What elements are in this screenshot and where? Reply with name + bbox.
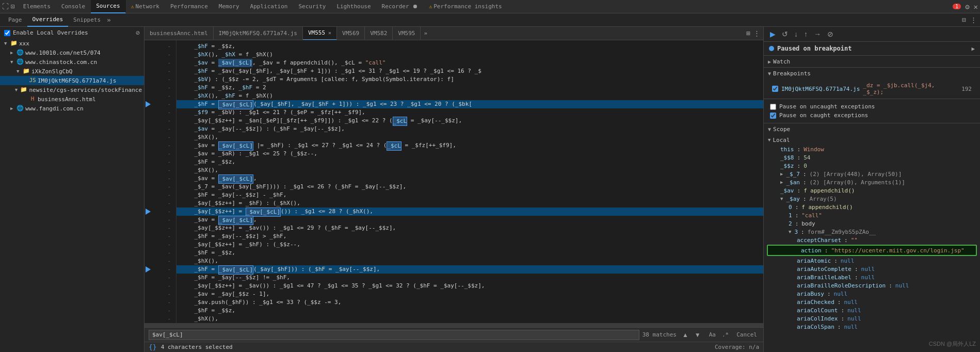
pause-caught-label: Pause on caught exceptions <box>779 112 868 119</box>
tree-item-im0j[interactable]: JS IM0jQktM6FSQ.6771a74.js <box>0 76 144 85</box>
scope-ariaColSpan: ariaColSpan : null <box>764 323 980 331</box>
more-subtabs-icon[interactable]: » <box>107 16 111 24</box>
regex-button[interactable]: .* <box>719 330 731 339</box>
scope-ay-3[interactable]: ▼ 3 : form#__Zm9ybS5pZAo__ <box>764 228 980 236</box>
code-line: _$hF = _$$z, <box>176 307 763 315</box>
close-devtools-icon[interactable]: ✕ <box>974 3 978 11</box>
tree-item-newsite[interactable]: ▼ 📁 newsite/cgs-services/stockFinance <box>0 85 144 94</box>
tree-arrow: ▼ <box>10 59 15 65</box>
split-editor-icon[interactable]: ⊞ <box>746 29 750 37</box>
file-tab-vm582[interactable]: VM582 <box>365 27 393 40</box>
paused-expand-icon[interactable]: ▶ <box>971 45 975 52</box>
settings-icon[interactable]: ⚙ <box>965 3 969 11</box>
code-line: _$hF = _$ay[--_$$z] - _$hF, <box>176 191 763 199</box>
search-next-button[interactable]: ▼ <box>692 330 703 340</box>
tab-security[interactable]: Security <box>293 0 331 13</box>
ln: - <box>155 298 174 307</box>
subtab-snippets[interactable]: Snippets <box>68 13 106 27</box>
ln: - <box>155 42 174 51</box>
match-case-button[interactable]: Aa <box>706 330 718 339</box>
bp-19 <box>144 191 155 199</box>
bp-8[interactable] <box>144 100 155 108</box>
pause-caught-checkbox[interactable] <box>770 113 776 119</box>
subtab-overrides[interactable]: Overrides <box>27 13 69 27</box>
search-cancel-button[interactable]: Cancel <box>734 331 759 338</box>
layout-icon[interactable]: ⊟ <box>962 16 966 24</box>
tab-application[interactable]: Application <box>245 0 294 13</box>
tree-item-fangdi[interactable]: ▶ 🌐 www.fangdi.com.cn <box>0 104 144 113</box>
inspect-icon[interactable]: ⛶ <box>2 3 9 10</box>
enable-overrides-checkbox[interactable] <box>4 30 10 36</box>
more-file-tabs-icon[interactable]: » <box>421 30 430 37</box>
watermark: CSDN @局外人LZ <box>929 340 976 348</box>
file-tabs: businessAnnc.html IM0jQktM6FSQ.6771a74.j… <box>144 27 763 40</box>
more-options-icon[interactable]: ⋮ <box>970 16 977 24</box>
tab-lighthouse[interactable]: Lighthouse <box>331 0 376 13</box>
bp-26 <box>144 249 155 257</box>
tree-item-chinastock[interactable]: ▼ 🌐 www.chinastock.com.cn <box>0 57 144 67</box>
code-line: _$hX(), <box>176 133 763 141</box>
file-tab-vm555[interactable]: VM555 ✕ <box>303 27 337 40</box>
deactivate-breakpoints-button[interactable]: ⊘ <box>825 29 836 39</box>
tree-item-xxx[interactable]: ▼ 📁 xxx <box>0 39 144 48</box>
ln: - <box>155 158 174 166</box>
enable-overrides-item[interactable]: Enable Local Overrides <box>4 29 88 36</box>
pause-uncaught-checkbox[interactable] <box>770 104 776 110</box>
tree-item-ixkzon[interactable]: ▼ 📁 iXkZonSlgCbQ <box>0 67 144 76</box>
scope-say-header[interactable]: ▼ _$ay : Array(5) <box>764 195 980 203</box>
breakpoint-line: 192 <box>961 86 972 92</box>
ln: - <box>155 141 174 150</box>
bp-28[interactable] <box>144 265 155 274</box>
horizontal-scrollbar[interactable] <box>144 323 763 327</box>
more-file-options-icon[interactable]: ⋮ <box>753 29 760 37</box>
file-tab-vm595[interactable]: VM595 <box>393 27 421 40</box>
tree-item-10010[interactable]: ▶ 🌐 www.10010.com/net5/074 <box>0 48 144 57</box>
code-line: _$av = _$aR) : _$g1 <= 25 ? (_$$z--, <box>176 150 763 158</box>
tab-memory[interactable]: Memory <box>214 0 245 13</box>
top-tab-bar: ⛶ ⊡ Elements Console Sources ⚠ Network P… <box>0 0 980 13</box>
file-tab-vm569[interactable]: VM569 <box>337 27 365 40</box>
warn-icon-network: ⚠ <box>131 4 134 9</box>
code-line: _$hF = _$ay[--_$$z] != _$hF, <box>176 274 763 282</box>
search-input[interactable] <box>149 330 639 340</box>
scope-ariaBusy: ariaBusy : null <box>764 290 980 298</box>
code-editor[interactable]: _$hF = _$$z, _$hX(), _$hX = f _$hX() _$a… <box>176 40 763 323</box>
code-line: _$hF = _$ay[--_$$z] > _$hF, <box>176 232 763 241</box>
search-prev-button[interactable]: ▲ <box>680 330 691 340</box>
bp-21[interactable] <box>144 207 155 216</box>
scope-san[interactable]: ▶ _$an : (2) [Array(0), Arguments(1)] <box>764 178 980 186</box>
tab-sources[interactable]: Sources <box>91 0 125 13</box>
tab-elements[interactable]: Elements <box>18 0 56 13</box>
step-into-button[interactable]: ↓ <box>792 29 800 39</box>
tree-item-businessannc[interactable]: H businessAnnc.html <box>0 94 144 104</box>
file-tab-businessannc[interactable]: businessAnnc.html <box>144 27 214 40</box>
breakpoint-checkbox[interactable] <box>772 86 778 92</box>
close-tab-icon[interactable]: ✕ <box>328 30 331 36</box>
search-option-buttons: Aa .* <box>706 330 732 339</box>
tree-arrow: ▶ <box>10 106 15 111</box>
step-button[interactable]: → <box>812 29 823 39</box>
clear-overrides-icon[interactable]: ⊘ <box>136 29 140 37</box>
tab-console[interactable]: Console <box>56 0 91 13</box>
watch-header[interactable]: ▶ Watch <box>764 56 980 67</box>
scope-local-header[interactable]: ▼ Local <box>764 135 980 145</box>
step-out-button[interactable]: ↑ <box>802 29 810 39</box>
code-line: _$ay[_$$z++] = _$hF) : (_$hX(), <box>176 199 763 207</box>
resume-button[interactable]: ▶ <box>768 29 778 39</box>
ln: - <box>155 199 174 207</box>
step-over-button[interactable]: ↺ <box>780 29 790 39</box>
tab-recorder[interactable]: Recorder ⏺ <box>377 0 424 13</box>
pretty-print-icon[interactable]: {} <box>149 343 157 351</box>
ln: - <box>155 290 174 298</box>
breakpoints-header[interactable]: ▼ Breakpoints <box>764 68 980 79</box>
scope-header[interactable]: ▼ Scope <box>764 123 980 135</box>
subtab-page[interactable]: Page <box>3 13 27 27</box>
scope-s7[interactable]: ▶ _$_7 : (2) [Array(448), Array(50)] <box>764 170 980 178</box>
tab-performance[interactable]: Performance <box>165 0 214 13</box>
debugger-toolbar: ▶ ↺ ↓ ↑ → ⊘ <box>764 27 980 42</box>
ln: - <box>155 150 174 158</box>
tab-network[interactable]: ⚠ Network <box>126 0 165 13</box>
file-tab-im0j[interactable]: IM0jQktM6FSQ.6771a74.js <box>214 27 303 40</box>
device-icon[interactable]: ⊡ <box>11 3 15 10</box>
tab-perf-insights[interactable]: ⚠ Performance insights <box>424 0 507 13</box>
